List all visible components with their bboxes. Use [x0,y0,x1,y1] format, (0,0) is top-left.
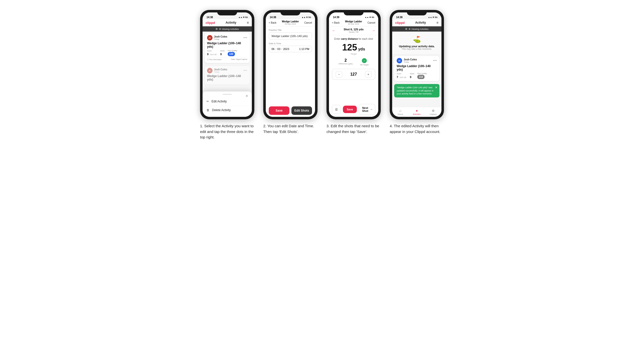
carry-label: Enter carry distance for each shot [334,37,373,40]
caption-1: 1. Select the Activity you want to edit … [200,123,254,140]
shot-input[interactable]: 127 [344,72,363,77]
hit-target-stat: ✓ Hit Target [360,58,368,66]
increment-btn[interactable]: + [365,71,372,78]
delete-activity-item[interactable]: 🗑 Delete Activity [206,106,248,114]
quality-badge-1: 130 [228,52,235,56]
dots-menu-1[interactable]: ••• [243,36,247,39]
avatar-4: JC [397,58,402,63]
user-details-4: Josh Coles Today [404,58,417,63]
difference-stat: 2 Difference (yds) [339,58,352,66]
shot-header: ← Shot 6, 125 yds Score 7/9 → [329,26,378,35]
activities-icon: ♦ [416,109,418,113]
practice-title-input[interactable]: Wedge Ladder (100–140 yds) [269,32,312,40]
footer-left-1: ⓘ Test Information [207,58,222,61]
nav-home[interactable]: ⌂ Home [392,109,408,115]
menu-icon-4[interactable]: ≡ [436,21,438,25]
nav-title-3: Wedge Ladder [345,20,362,23]
score-stat-4: Score 7 OUT OF [397,73,407,79]
phone-2: 14:38 ▲▲ ≋ 5G < Back Wedge Ladder 06 Mar… [263,10,318,119]
form-area-2: Practice Title Wedge Ladder (100–140 yds… [266,26,315,104]
save-button-3[interactable]: Save [343,106,357,113]
toast-close-btn[interactable]: ✕ [435,86,438,90]
time-1: 14:38 [206,16,213,19]
home-label: Home [398,113,403,115]
card-footer-1: ⓘ Test Information Data: Clippd Capture [207,57,247,61]
bottom-sheet-1: ✕ ✏ Edit Activity 🗑 Delete Activity [202,91,252,117]
p3-nav: < Back Wedge Ladder 06 Mar 2023 Cancel [329,19,378,26]
activities-label: Activities [413,113,421,115]
updating-title: Updating your activity data. [399,45,435,48]
shots-val-4: 9 [410,76,411,79]
next-shot-btn[interactable]: Next Shot → [359,104,375,115]
practice-title-label: Practice Title [269,29,312,31]
phone-1-inner: 14:38 ▲▲ ≋ 5G clippd Activity ≡ ⚙ ⚙ View… [202,12,252,117]
date-year: 2023 [283,47,289,50]
updating-box: ⛳ Updating your activity data. This may … [392,31,442,54]
decrement-btn[interactable]: − [336,71,342,78]
date-month: 03 [277,47,280,50]
time-2: 14:38 [270,16,276,19]
nav-capture[interactable]: ⊕ Capture [425,109,442,115]
time-4: 14:38 [396,16,402,19]
shots-stat-1: Shots 9 [220,50,225,56]
p4-content: ⚙ ⚙ Viewing Activities ⛳ Updating your a… [392,26,442,107]
card-stats-4: Score 7 OUT OF Shots 9 Shot Quality 118 [397,73,437,79]
user-info-1: JC Josh Coles Today [207,35,227,40]
notch-4 [407,10,427,15]
dots-menu-2[interactable]: ••• [243,69,247,72]
cancel-btn-2[interactable]: Cancel [304,21,312,24]
notch-2 [280,10,300,15]
bottom-nav: ⌂ Home ♦ Activities ⊕ Capture [392,107,442,117]
p4-header: clippd Activity ≡ [392,19,442,26]
menu-icon-1[interactable]: ≡ [247,21,249,25]
date-time: 1:13 PM [299,47,309,50]
input-row: − 127 + [332,69,375,80]
score-val-4: 7 [397,76,398,79]
date-day: 06 [272,47,274,50]
clippd-logo-1: clippd [206,21,215,25]
sheet-handle [223,94,232,95]
edit-activity-item[interactable]: ✏ Edit Activity [206,97,248,106]
card-top-4: JC Josh Coles Today ••• [397,58,437,63]
time-3: 14:39 [333,16,340,19]
user-date-2: Today [214,71,227,73]
stats-row-3: 2 Difference (yds) ✓ Hit Target [339,58,368,66]
golf-icon: ⛳ [413,35,421,43]
date-row[interactable]: 06 / 03 / 2023 1:13 PM [269,46,312,52]
delete-shot-btn[interactable]: 🗑 [332,105,341,114]
next-shot-arrow-btn[interactable]: → [372,29,375,32]
user-name-1: Josh Coles [214,35,227,38]
activity-card-4: JC Josh Coles Today ••• Wedge Ladder (10… [394,56,440,81]
dots-menu-4[interactable]: ••• [433,59,437,62]
clippd-logo-4: clippd [395,21,404,25]
hit-target-icon: ✓ [362,58,367,63]
target-label: Target [350,53,356,55]
shot-score: Score 7/9 [344,31,364,33]
edit-icon: ✏ [206,100,209,103]
shots-stat-4: Shots 9 [410,73,414,79]
card-top-2: JC Josh Coles Today ••• [207,68,247,73]
user-date-4: Today [404,61,417,63]
nav-activities[interactable]: ♦ Activities [408,109,425,115]
home-icon: ⌂ [400,109,402,113]
edit-shots-button[interactable]: Edit Shots [292,106,312,115]
p1-header: clippd Activity ≡ [202,19,252,26]
capture-label: Capture [430,113,437,115]
p2-footer: Save Edit Shots [266,104,315,117]
sheet-close[interactable]: ✕ [245,94,248,98]
back-btn-3[interactable]: < Back [332,21,340,24]
cancel-btn-3[interactable]: Cancel [368,21,375,24]
save-button-2[interactable]: Save [269,106,290,115]
caption-3: 3. Edit the shots that need to be change… [326,123,381,135]
quality-badge-4: 118 [417,75,424,79]
phone-3-container: 14:39 ▲▲ ≋ 5G < Back Wedge Ladder 06 Mar… [325,10,382,135]
back-btn-2[interactable]: < Back [269,21,276,24]
phone-2-container: 14:38 ▲▲ ≋ 5G < Back Wedge Ladder 06 Mar… [262,10,319,135]
hit-target-label: Hit Target [360,64,368,66]
card-top-1: JC Josh Coles Today ••• [207,35,247,40]
p2-nav: < Back Wedge Ladder 06 Mar 2023 Cancel [266,19,315,26]
phone-1-container: 14:38 ▲▲ ≋ 5G clippd Activity ≡ ⚙ ⚙ View… [198,10,256,140]
prev-shot-btn[interactable]: ← [332,29,336,32]
avatar-1: JC [207,35,212,40]
user-details-2: Josh Coles Today [214,68,227,73]
